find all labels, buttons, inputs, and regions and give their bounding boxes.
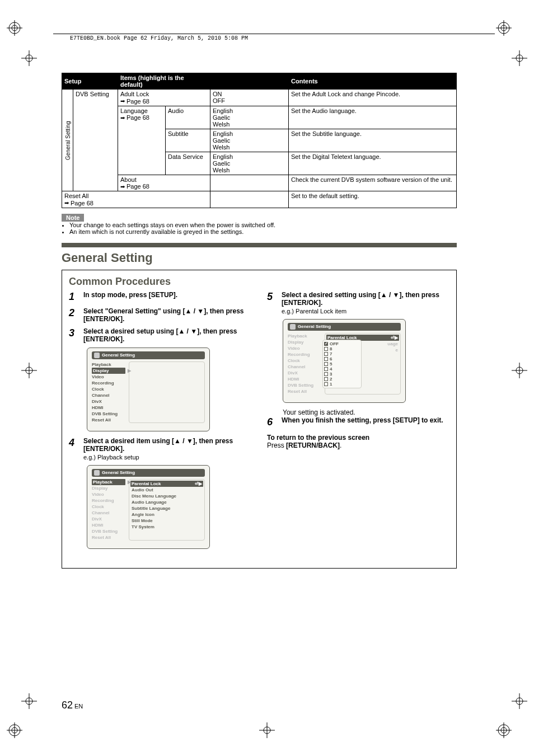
osd-menu-item: Video bbox=[288, 345, 321, 351]
osd-menu-item: DivX bbox=[92, 516, 125, 522]
desc-cell: Set the Subtitle language. bbox=[289, 129, 457, 152]
item-label: Adult Lock bbox=[120, 91, 149, 97]
th-items: Items (highlight is the default) bbox=[118, 73, 210, 90]
step-subtext: e.g.) Playback setup bbox=[83, 454, 251, 461]
sub-cell: Audio bbox=[166, 106, 210, 129]
th-setup: Setup bbox=[62, 73, 118, 90]
osd-title: General Setting bbox=[288, 323, 401, 331]
osd-option: 2 bbox=[324, 377, 360, 382]
osd-panel-item-selected: Parental Lock⏎▶ bbox=[130, 481, 203, 487]
note-label: Note bbox=[62, 214, 84, 222]
step-5: 5 Select a desired setting using [▲ / ▼]… bbox=[267, 291, 449, 314]
osd-menu-item: Reset All bbox=[92, 534, 125, 541]
step-number: 3 bbox=[69, 327, 78, 343]
page-number-lang: EN bbox=[74, 703, 83, 710]
osd-option-label: 8 bbox=[330, 346, 332, 351]
step-text: In stop mode, press [SETUP]. bbox=[83, 291, 177, 303]
step-text: Select "General Setting" using [▲ / ▼], … bbox=[83, 307, 251, 323]
step-number: 5 bbox=[267, 291, 276, 314]
desc-cell: Check the current DVB system software ve… bbox=[289, 175, 457, 191]
checkbox-icon bbox=[324, 362, 328, 366]
opts-cell: ON OFF bbox=[210, 90, 289, 106]
osd-menu-item: DivX bbox=[92, 398, 125, 405]
osd-option: 3 bbox=[324, 372, 360, 377]
item-label: About bbox=[120, 176, 137, 183]
checkbox-icon bbox=[324, 342, 328, 346]
wrench-icon bbox=[94, 470, 100, 476]
enter-icon: ⏎▶ bbox=[391, 335, 398, 341]
checkbox-icon bbox=[324, 357, 328, 361]
book-header-text: E7TE0BD_EN.book Page 62 Friday, March 5,… bbox=[70, 35, 248, 41]
osd-menu-item: HDMI bbox=[288, 376, 321, 382]
osd-option: 8 bbox=[324, 346, 360, 351]
right-column: 5 Select a desired setting using [▲ / ▼]… bbox=[267, 291, 449, 555]
osd-menu-item: Reset All bbox=[288, 388, 321, 395]
crosshair-tl bbox=[21, 50, 37, 66]
opts-cell: English Gaelic Welsh bbox=[210, 152, 289, 175]
page-ref: Page 68 bbox=[120, 98, 149, 105]
step-text: Select a desired item using [▲ / ▼], the… bbox=[83, 437, 251, 453]
osd-menu-item-selected: Playback bbox=[92, 479, 125, 485]
checkbox-icon bbox=[324, 367, 328, 371]
th-blank bbox=[210, 73, 289, 90]
item-cell: About Page 68 bbox=[118, 175, 210, 191]
osd-menu-item: Channel bbox=[92, 392, 125, 398]
checkbox-icon bbox=[324, 352, 328, 356]
osd-screenshot-3: General Setting Playback Display Video R… bbox=[283, 319, 406, 403]
osd-menu-item: Recording bbox=[288, 351, 321, 358]
table-row: Language Page 68 Audio English Gaelic We… bbox=[62, 106, 457, 129]
step-6: 6 When you finish the setting, press [SE… bbox=[267, 416, 449, 428]
osd-menu-item: HDMI bbox=[92, 405, 125, 411]
osd-option-label: 3 bbox=[330, 372, 332, 377]
crosshair-mr bbox=[512, 363, 527, 378]
step-number: 4 bbox=[69, 437, 78, 461]
return-body: Press [RETURN/BACK]. bbox=[267, 442, 449, 449]
table-row: About Page 68 Check the current DVB syst… bbox=[62, 175, 457, 191]
step-4: 4 Select a desired item using [▲ / ▼], t… bbox=[69, 437, 251, 461]
table-header-row: Setup Items (highlight is the default) C… bbox=[62, 73, 457, 90]
procedures-title: Common Procedures bbox=[69, 276, 449, 288]
osd-option: 7 bbox=[324, 351, 360, 356]
osd-option-label: 2 bbox=[330, 377, 332, 382]
page-ref: Page 68 bbox=[120, 114, 149, 121]
desc-cell: Set to the default setting. bbox=[289, 191, 457, 208]
osd-title: General Setting bbox=[92, 351, 205, 359]
osd-menu-item: Video bbox=[92, 374, 125, 380]
checkbox-icon bbox=[324, 372, 328, 376]
osd-menu-item: DivX bbox=[288, 370, 321, 376]
osd-menu-item: Playback bbox=[288, 333, 321, 339]
note-item: An item which is not currently available… bbox=[69, 228, 457, 235]
enter-icon: ⏎▶ bbox=[195, 481, 202, 487]
checkbox-icon bbox=[324, 377, 328, 381]
item-cell: Adult Lock Page 68 bbox=[118, 90, 210, 106]
step-2: 2 Select "General Setting" using [▲ / ▼]… bbox=[69, 307, 251, 323]
return-body-key: [RETURN/BACK] bbox=[286, 442, 340, 449]
osd-menu-item: DVB Setting bbox=[288, 382, 321, 388]
reset-label: Reset All bbox=[64, 192, 88, 199]
osd-menu-item: Clock bbox=[288, 358, 321, 364]
osd-menu-item: Channel bbox=[288, 364, 321, 370]
reset-cell: Reset All Page 68 bbox=[62, 191, 210, 208]
return-body-pre: Press bbox=[267, 442, 286, 449]
side-label: General Setting bbox=[62, 90, 73, 191]
osd-option-label: 1 bbox=[330, 382, 332, 387]
step-text: Select a desired setup using [▲ / ▼], th… bbox=[83, 327, 251, 343]
osd-screenshot-1: General Setting Playback Display Video R… bbox=[87, 348, 210, 431]
reg-mark-tr bbox=[496, 20, 512, 36]
step-text: When you finish the setting, press [SETU… bbox=[282, 416, 443, 428]
note-item: Your change to each settings stays on ev… bbox=[69, 222, 457, 228]
procedures-box: Common Procedures 1 In stop mode, press … bbox=[62, 270, 457, 569]
left-column: 1 In stop mode, press [SETUP]. 2 Select … bbox=[69, 291, 251, 555]
return-body-post: . bbox=[340, 442, 341, 449]
osd-menu-item: DVB Setting bbox=[92, 411, 125, 417]
sub-cell: Data Service bbox=[166, 152, 210, 175]
checkbox-icon bbox=[324, 382, 328, 386]
osd-option-label: 5 bbox=[330, 361, 332, 367]
step-3: 3 Select a desired setup using [▲ / ▼], … bbox=[69, 327, 251, 343]
osd-menu-item: DVB Setting bbox=[92, 528, 125, 534]
crosshair-bc bbox=[259, 722, 275, 738]
osd-panel-item: Still Mode bbox=[130, 518, 203, 524]
step-text: Select a desired setting using [▲ / ▼], … bbox=[282, 291, 449, 307]
step-1: 1 In stop mode, press [SETUP]. bbox=[69, 291, 251, 303]
osd-title-text: General Setting bbox=[298, 324, 331, 329]
